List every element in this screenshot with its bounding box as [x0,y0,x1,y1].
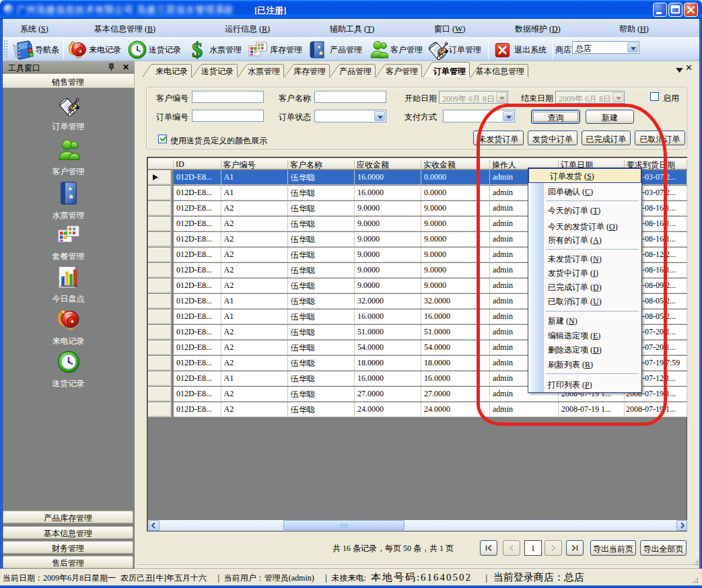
svg-text:$: $ [192,40,203,61]
